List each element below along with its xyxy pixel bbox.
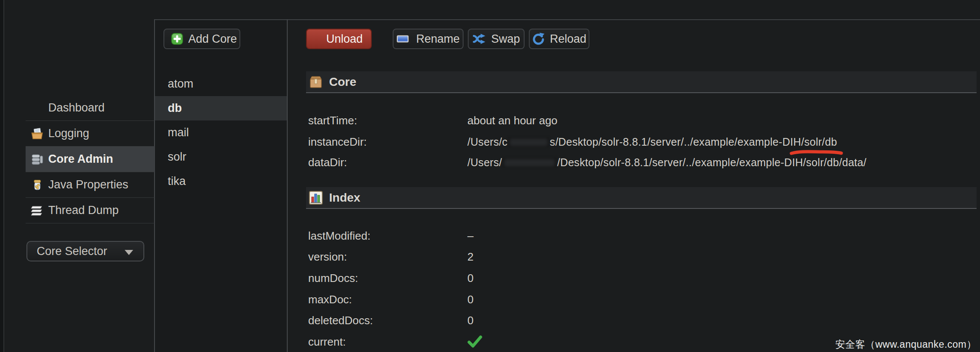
reload-label: Reload [550,32,586,46]
sidebar-item-thread-dump[interactable]: Thread Dump [26,198,155,223]
deleteddocs-row: deletedDocs: 0 [308,313,974,328]
shuffle-arrows-icon [472,33,486,44]
swap-label: Swap [491,32,520,46]
red-underline-annotation [790,149,843,158]
package-icon [309,75,323,89]
path-suffix: s/Desktop/solr-8.8.1/server/../example/e… [550,136,837,148]
add-core-button[interactable]: Add Core [163,29,240,49]
rename-button[interactable]: Rename [393,29,464,49]
core-item-db[interactable]: db [155,96,287,120]
field-value: – [467,228,473,243]
reload-button[interactable]: Reload [529,29,589,49]
field-label: lastModified: [308,228,370,243]
field-label: instanceDir: [308,134,367,150]
core-item-solr[interactable]: solr [155,145,287,169]
sidebar-item-java-properties[interactable]: Java Properties [26,172,155,198]
field-value: 0 [467,292,473,307]
core-admin-icon [31,153,44,166]
sidebar-nav: Dashboard Logging Core Admin [26,95,155,223]
redacted-username [503,158,556,168]
lastmodified-row: lastModified: – [308,228,974,243]
field-value: 0 [467,270,473,286]
numdocs-row: numDocs: 0 [308,270,974,286]
index-section-title: Index [329,191,360,205]
green-check-icon [467,335,483,348]
core-selector-label: Core Selector [37,245,107,258]
green-plus-icon [171,33,183,45]
rename-label: Rename [416,32,460,46]
add-core-label: Add Core [188,32,237,46]
field-label: dataDir: [308,155,347,170]
core-selector-dropdown[interactable]: Core Selector [26,241,144,261]
version-row: version: 2 [308,249,974,264]
field-value: about an hour ago [467,113,557,128]
maxdoc-row: maxDoc: 0 [308,292,974,307]
redacted-username [508,137,549,147]
text-field-icon [397,34,411,44]
core-section-title: Core [329,75,356,89]
core-section-header: Core [306,71,977,93]
field-value: 2 [467,249,473,264]
sidebar-item-label: Java Properties [48,178,128,191]
field-label: maxDoc: [308,292,352,307]
instancedir-row: instanceDir: /Users/cs/Desktop/solr-8.8.… [308,134,974,150]
field-label: numDocs: [308,270,358,286]
sidebar-item-label: Thread Dump [48,204,119,217]
sidebar-item-core-admin[interactable]: Core Admin [26,147,155,172]
unload-label: Unload [326,32,363,46]
refresh-icon [532,32,545,45]
index-section-header: Index [306,187,977,209]
sidebar-item-dashboard[interactable]: Dashboard [26,95,155,121]
swap-button[interactable]: Swap [468,29,525,49]
left-border [3,0,4,352]
logging-icon [31,127,44,140]
unload-button[interactable]: Unload [306,29,372,49]
field-value: /Users/cs/Desktop/solr-8.8.1/server/../e… [467,134,837,150]
sidebar-item-logging[interactable]: Logging [26,121,155,147]
field-label: version: [308,249,347,264]
core-item-atom[interactable]: atom [155,72,287,96]
path-prefix: /Users/ [467,156,502,168]
field-label: deletedDocs: [308,313,373,328]
corelist-content-divider [287,19,288,352]
watermark: 安全客（www.anquanke.com） [835,338,977,351]
path-prefix: /Users/c [467,136,508,148]
bar-chart-icon [309,191,323,205]
datadir-row: dataDir: /Users//Desktop/solr-8.8.1/serv… [308,155,974,170]
sidebar-item-label: Core Admin [48,153,113,166]
path-suffix: /Desktop/solr-8.8.1/server/../example/ex… [557,156,866,168]
core-list: atom db mail solr tika [155,72,287,194]
core-item-tika[interactable]: tika [155,169,287,194]
java-properties-icon [31,179,44,191]
content-top-border [154,19,980,20]
left-margin-strip [0,0,3,352]
field-label: startTime: [308,113,357,128]
chevron-down-icon [125,250,133,255]
sidebar-item-label: Dashboard [48,101,105,114]
field-value: 0 [467,313,473,328]
thread-dump-icon [31,204,44,217]
sidebar-item-label: Logging [48,127,89,140]
starttime-row: startTime: about an hour ago [308,113,974,128]
field-label: current: [308,334,346,349]
core-item-mail[interactable]: mail [155,120,287,145]
